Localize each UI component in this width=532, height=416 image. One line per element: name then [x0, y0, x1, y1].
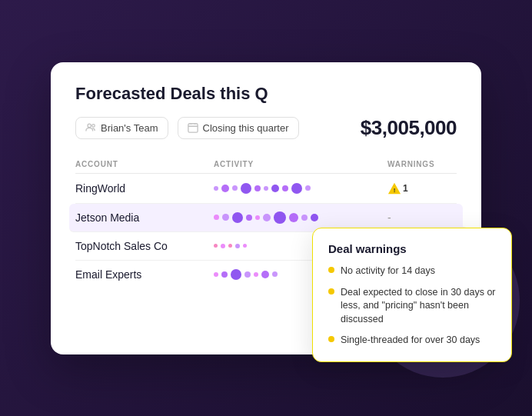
svg-rect-2	[188, 124, 197, 132]
warning-items-list: No activity for 14 days Deal expected to…	[328, 265, 496, 348]
calendar-icon	[188, 122, 198, 133]
activity-dot	[263, 214, 271, 221]
warning-count: 1	[403, 183, 408, 194]
activity-dot	[214, 244, 218, 248]
account-header: ACCOUNT	[75, 160, 214, 168]
activity-dot	[214, 215, 219, 220]
warning-triangle-icon: !	[387, 181, 401, 195]
activity-dot	[272, 271, 278, 277]
activity-dot	[291, 183, 302, 194]
period-filter-label: Closing this quarter	[203, 122, 289, 134]
warning-item: No activity for 14 days	[328, 265, 496, 278]
activity-dot	[231, 269, 241, 280]
activity-dot	[274, 211, 286, 224]
activity-dot	[235, 244, 240, 248]
forecasted-deals-card: Forecasted Deals this Q Brian's Team Clo…	[51, 62, 481, 354]
activity-dot	[311, 214, 318, 221]
warning-badge: ! 1	[387, 181, 408, 195]
warning-text: Deal expected to close in 30 days or les…	[341, 286, 496, 327]
account-name: Jetson Media	[75, 211, 214, 224]
activity-dot	[214, 186, 218, 191]
team-icon	[85, 122, 96, 133]
filter-row: Brian's Team Closing this quarter $3,005…	[75, 116, 457, 140]
svg-text:!: !	[394, 186, 396, 193]
activity-dot	[246, 215, 252, 221]
activity-dot	[254, 272, 258, 277]
account-name: RingWorld	[75, 182, 214, 195]
warnings-header: WARNINGS	[387, 160, 457, 168]
activity-dot	[301, 215, 308, 221]
activity-header: ACTIVITY	[214, 160, 387, 168]
account-name: TopNotch Sales Co	[75, 240, 214, 252]
deal-warnings-popup: Deal warnings No activity for 14 days De…	[312, 228, 512, 362]
activity-dot	[244, 271, 251, 278]
warnings-cell: ! 1	[387, 181, 457, 195]
no-warning-dash: -	[387, 211, 391, 224]
warning-dot-icon	[328, 267, 334, 273]
table-header: ACCOUNT ACTIVITY WARNINGS	[75, 155, 457, 174]
activity-dot	[214, 272, 218, 277]
warning-text: Single-threaded for over 30 days	[341, 334, 480, 348]
activity-dot	[221, 185, 229, 192]
period-filter[interactable]: Closing this quarter	[178, 117, 299, 139]
total-value: $3,005,000	[361, 116, 457, 140]
activity-dot	[243, 244, 247, 248]
activity-dot	[222, 214, 229, 221]
activity-dot	[289, 213, 298, 222]
activity-dots	[214, 211, 387, 224]
activity-dot	[271, 185, 279, 192]
warning-item: Deal expected to close in 30 days or les…	[328, 286, 496, 327]
activity-dot	[264, 186, 268, 191]
table-row: RingWorld ! 1	[75, 174, 457, 204]
account-name: Email Experts	[75, 268, 214, 281]
activity-dot	[282, 185, 288, 191]
activity-dot	[261, 271, 269, 278]
team-filter[interactable]: Brian's Team	[75, 117, 168, 139]
warnings-cell: -	[387, 211, 457, 224]
activity-dot	[232, 185, 238, 191]
activity-dot	[228, 244, 232, 248]
svg-point-1	[92, 125, 95, 128]
svg-point-0	[88, 124, 91, 127]
card-title: Forecasted Deals this Q	[75, 84, 457, 104]
activity-dot	[221, 271, 228, 278]
activity-dot	[254, 185, 261, 191]
popup-title: Deal warnings	[328, 242, 496, 255]
warning-item: Single-threaded for over 30 days	[328, 334, 496, 348]
warning-text: No activity for 14 days	[341, 265, 435, 278]
activity-dot	[241, 183, 251, 194]
team-filter-label: Brian's Team	[101, 122, 158, 134]
activity-dots	[214, 183, 387, 194]
warning-dot-icon	[328, 288, 334, 295]
activity-dot	[221, 244, 225, 248]
activity-dot	[232, 212, 243, 223]
warning-dot-icon	[328, 336, 334, 342]
activity-dot	[305, 185, 311, 191]
activity-dot	[255, 215, 260, 220]
